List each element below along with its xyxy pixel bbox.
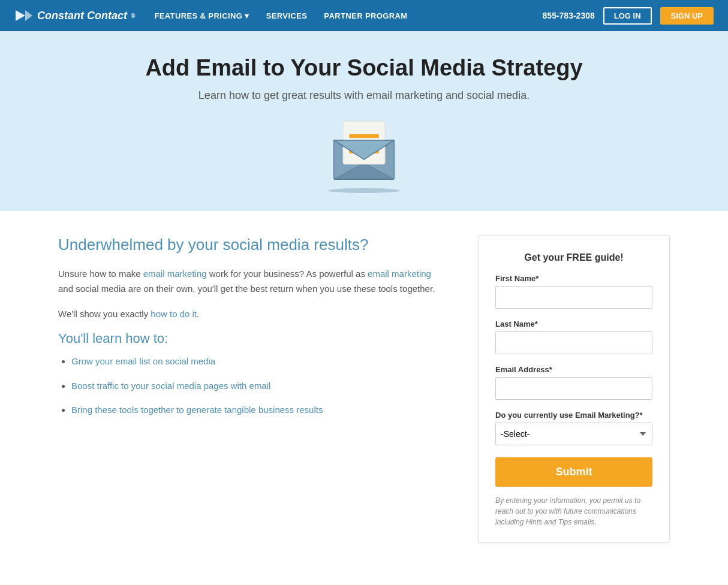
email-marketing-select[interactable]: -Select- Yes No xyxy=(495,423,652,445)
login-button[interactable]: LOG IN xyxy=(603,7,652,25)
logo[interactable]: Constant Contact ® xyxy=(14,9,135,22)
signup-button[interactable]: SIGN UP xyxy=(660,7,714,25)
hero-shadow xyxy=(328,188,400,193)
last-name-label: Last Name* xyxy=(495,319,652,328)
nav-links: FEATURES & PRICING ▾ SERVICES PARTNER PR… xyxy=(154,11,542,20)
list-link-2[interactable]: Boost traffic to your social media pages… xyxy=(71,381,270,391)
body-text-2: We'll show you exactly how to do it. xyxy=(58,306,442,322)
learn-heading: You'll learn how to: xyxy=(58,331,442,346)
svg-marker-1 xyxy=(16,10,25,21)
first-name-group: First Name* xyxy=(495,274,652,317)
hero-title: Add Email to Your Social Media Strategy xyxy=(12,55,716,81)
logo-reg: ® xyxy=(131,13,135,19)
list-item-3: Bring these tools together to generate t… xyxy=(71,403,442,417)
list-item-2: Boost traffic to your social media pages… xyxy=(71,379,442,393)
nav-services[interactable]: SERVICES xyxy=(266,11,308,20)
email-group: Email Address* xyxy=(495,365,652,408)
nav-right: 855-783-2308 LOG IN SIGN UP xyxy=(543,7,714,25)
logo-text: Constant Contact xyxy=(37,10,127,22)
email-marketing-link-1[interactable]: email marketing xyxy=(143,269,207,279)
svg-marker-2 xyxy=(25,10,32,21)
list-link-1[interactable]: Grow your email list on social media xyxy=(71,356,215,366)
hero-section: Add Email to Your Social Media Strategy … xyxy=(0,31,728,211)
nav-features[interactable]: FEATURES & PRICING ▾ xyxy=(154,11,249,20)
main-content: Underwhelmed by your social media result… xyxy=(46,211,682,566)
list-link-3[interactable]: Bring these tools together to generate t… xyxy=(71,405,323,415)
last-name-group: Last Name* xyxy=(495,319,652,363)
logo-icon xyxy=(14,9,34,22)
phone-number: 855-783-2308 xyxy=(543,11,595,20)
email-label: Email Address* xyxy=(495,365,652,374)
email-icon xyxy=(325,116,403,182)
first-name-input[interactable] xyxy=(495,286,652,309)
last-name-input[interactable] xyxy=(495,331,652,354)
email-input[interactable] xyxy=(495,377,652,400)
svg-rect-7 xyxy=(349,134,379,138)
email-marketing-link-2[interactable]: email marketing xyxy=(368,269,431,279)
form-title: Get your FREE guide! xyxy=(495,252,652,263)
email-marketing-group: Do you currently use Email Marketing?* -… xyxy=(495,411,652,455)
submit-button[interactable]: Submit xyxy=(495,457,652,487)
email-marketing-label: Do you currently use Email Marketing?* xyxy=(495,411,652,420)
list-item-1: Grow your email list on social media xyxy=(71,355,442,369)
first-name-label: First Name* xyxy=(495,274,652,283)
body-text-1: Unsure how to make email marketing work … xyxy=(58,266,442,297)
nav-partner[interactable]: PARTNER PROGRAM xyxy=(324,11,407,20)
left-column: Underwhelmed by your social media result… xyxy=(58,235,454,428)
signup-form-panel: Get your FREE guide! First Name* Last Na… xyxy=(478,235,670,542)
form-disclaimer: By entering your information, you permit… xyxy=(495,495,652,527)
learn-list: Grow your email list on social media Boo… xyxy=(58,355,442,417)
navigation: Constant Contact ® FEATURES & PRICING ▾ … xyxy=(0,0,728,31)
how-to-link[interactable]: how to do it xyxy=(151,309,197,319)
section-heading-1: Underwhelmed by your social media result… xyxy=(58,235,442,255)
hero-subtitle: Learn how to get great results with emai… xyxy=(12,89,716,102)
